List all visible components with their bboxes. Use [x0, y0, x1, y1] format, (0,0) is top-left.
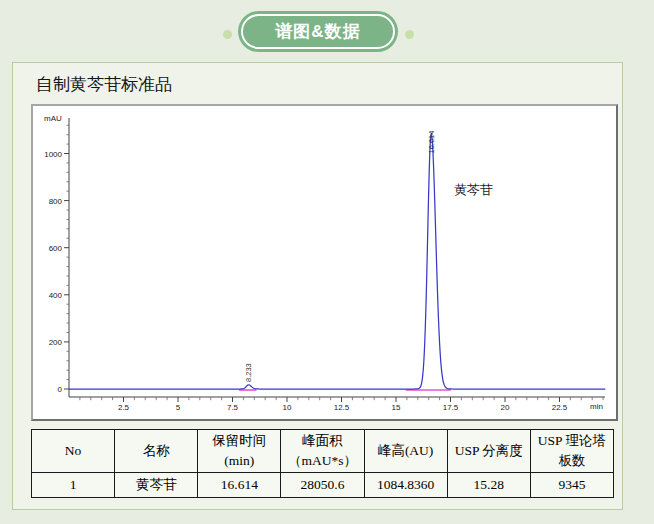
results-table: No名称保留时间(min)峰面积（mAU*s）峰高(AU)USP 分离度USP …: [31, 429, 614, 498]
decor-dot-right-icon: [405, 30, 414, 39]
x-tick-label: 12.5: [334, 403, 350, 412]
y-tick-label: 400: [49, 291, 63, 300]
section-badge: 谱图&数据: [238, 11, 398, 52]
y-axis: mAU02004006008001000: [44, 114, 69, 397]
x-tick-label: 17.5: [443, 403, 459, 412]
x-tick-label: 2.5: [118, 403, 130, 412]
page-header: 谱图&数据: [0, 0, 654, 62]
report-card: 自制黄芩苷标准品 mAU02004006008001000min2.557.51…: [12, 62, 623, 510]
x-axis-unit: min: [590, 402, 603, 411]
table-header-cell: USP 理论塔板数: [530, 430, 613, 473]
table-cell: 1: [32, 473, 115, 498]
x-tick-label: 7.5: [227, 403, 239, 412]
table-cell: 9345: [530, 473, 613, 498]
table-cell: 28050.6: [281, 473, 364, 498]
x-tick-label: 10: [283, 403, 292, 412]
table-header-cell: 保留时间(min): [198, 430, 281, 473]
table-cell: 15.28: [447, 473, 530, 498]
chromatogram-panel: mAU02004006008001000min2.557.51012.51517…: [31, 104, 618, 421]
peak-annotation: 黄芩苷: [454, 182, 493, 197]
y-tick-label: 800: [49, 197, 63, 206]
signal-trace: [69, 134, 605, 389]
table-header-cell: No: [32, 430, 115, 473]
y-tick-label: 0: [58, 385, 63, 394]
table-header-cell: 峰面积（mAU*s）: [281, 430, 364, 473]
y-axis-unit: mAU: [44, 114, 62, 123]
table-row: 1黄芩苷16.61428050.61084.836015.289345: [32, 473, 614, 498]
table-header-row: No名称保留时间(min)峰面积（mAU*s）峰高(AU)USP 分离度USP …: [32, 430, 614, 473]
x-axis: min2.557.51012.51517.52022.5: [69, 397, 605, 412]
table-header-cell: 峰高(AU): [364, 430, 447, 473]
y-tick-label: 600: [49, 244, 63, 253]
decor-dot-left-icon: [223, 30, 232, 39]
y-tick-label: 200: [49, 338, 63, 347]
section-badge-frame: 谱图&数据: [241, 14, 395, 49]
sample-title: 自制黄芩苷标准品: [36, 73, 172, 96]
table-cell: 16.614: [198, 473, 281, 498]
table-cell: 黄芩苷: [115, 473, 198, 498]
y-tick-label: 1000: [44, 150, 62, 159]
x-tick-label: 20: [501, 403, 510, 412]
peak-rt-label: 16.614: [427, 131, 436, 154]
section-badge-label: 谱图&数据: [275, 20, 360, 43]
x-tick-label: 22.5: [552, 403, 568, 412]
x-tick-label: 5: [176, 403, 181, 412]
x-tick-label: 15: [392, 403, 401, 412]
chromatogram-plot: mAU02004006008001000min2.557.51012.51517…: [33, 106, 612, 415]
table-cell: 1084.8360: [364, 473, 447, 498]
peak-rt-label: 8.233: [244, 363, 253, 382]
table-header-cell: USP 分离度: [447, 430, 530, 473]
table-header-cell: 名称: [115, 430, 198, 473]
